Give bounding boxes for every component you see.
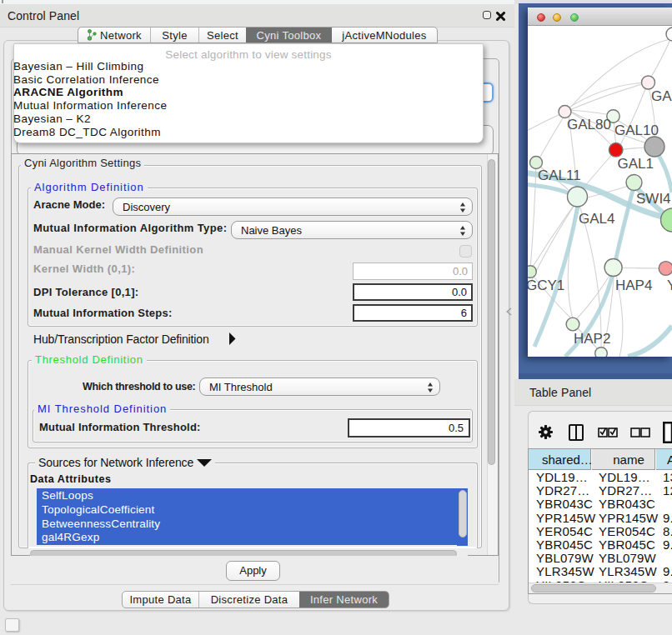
svg-text:GAL11: GAL11	[538, 168, 581, 183]
svg-text:SWI4: SWI4	[636, 191, 671, 207]
svg-text:GAL4: GAL4	[579, 211, 614, 227]
svg-text:GAL10: GAL10	[614, 122, 659, 138]
svg-text:GAL1: GAL1	[618, 156, 654, 172]
svg-text:Y: Y	[667, 278, 672, 293]
svg-text:HAP4: HAP4	[615, 278, 652, 293]
svg-text:GAL: GAL	[651, 88, 672, 104]
svg-text:HAP2: HAP2	[574, 331, 610, 347]
svg-text:GCY1: GCY1	[528, 278, 564, 293]
svg-text:GAL80: GAL80	[567, 117, 611, 132]
